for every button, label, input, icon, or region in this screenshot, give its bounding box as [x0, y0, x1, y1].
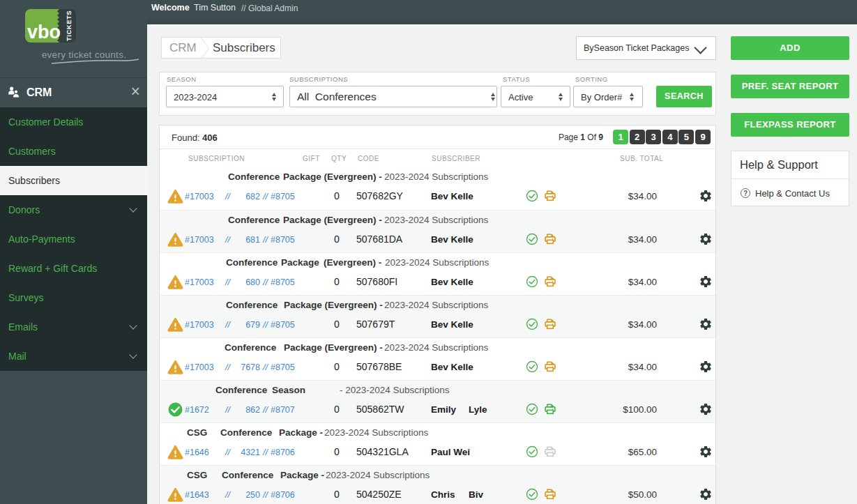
- svg-text:vbo: vbo: [27, 22, 61, 43]
- svg-text:TICKETS: TICKETS: [65, 10, 73, 41]
